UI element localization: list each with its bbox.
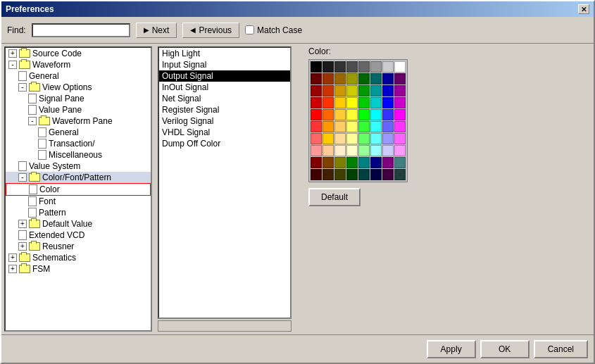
- color-cell-66[interactable]: [334, 157, 346, 168]
- color-cell-16[interactable]: [311, 85, 322, 96]
- find-input[interactable]: [32, 23, 130, 37]
- tree-item-color[interactable]: Color: [6, 183, 151, 196]
- color-cell-29[interactable]: [370, 97, 382, 108]
- color-cell-46[interactable]: [382, 121, 394, 132]
- color-cell-34[interactable]: [334, 109, 346, 120]
- tree-item-view-options[interactable]: -View Options: [6, 82, 151, 93]
- color-cell-40[interactable]: [311, 121, 322, 132]
- color-cell-53[interactable]: [370, 133, 382, 144]
- color-cell-36[interactable]: [358, 109, 370, 120]
- match-case-label[interactable]: Match Case: [245, 25, 302, 35]
- expand-icon-schematics[interactable]: +: [8, 253, 17, 262]
- color-cell-32[interactable]: [311, 109, 322, 120]
- color-cell-58[interactable]: [334, 145, 346, 156]
- tree-item-wp-general[interactable]: General: [6, 127, 151, 138]
- color-cell-44[interactable]: [358, 121, 370, 132]
- next-button[interactable]: ▶ Next: [136, 23, 177, 38]
- color-cell-67[interactable]: [346, 157, 358, 168]
- color-cell-59[interactable]: [346, 145, 358, 156]
- color-cell-2[interactable]: [334, 61, 346, 73]
- tree-sidebar[interactable]: +Source Code-WaveformGeneral-View Option…: [4, 46, 152, 332]
- color-cell-8[interactable]: [311, 73, 322, 84]
- color-cell-78[interactable]: [382, 169, 394, 180]
- color-cell-7[interactable]: [394, 61, 406, 73]
- apply-button[interactable]: Apply: [427, 340, 476, 358]
- tree-item-default-value[interactable]: +Default Value: [6, 218, 151, 230]
- color-cell-14[interactable]: [382, 73, 394, 84]
- color-cell-22[interactable]: [382, 85, 394, 96]
- color-cell-30[interactable]: [382, 97, 394, 108]
- list-horizontal-scrollbar[interactable]: [158, 320, 292, 332]
- signal-item-net-signal[interactable]: Net Signal: [159, 93, 290, 104]
- tree-item-signal-pane[interactable]: Signal Pane: [6, 93, 151, 104]
- color-cell-35[interactable]: [346, 109, 358, 120]
- signal-listbox[interactable]: High LightInput SignalOutput SignalInOut…: [158, 46, 292, 319]
- color-cell-4[interactable]: [358, 61, 370, 73]
- tree-item-color-font-pattern[interactable]: -Color/Font/Pattern: [6, 172, 151, 183]
- color-cell-45[interactable]: [370, 121, 382, 132]
- tree-item-value-system[interactable]: Value System: [6, 161, 151, 172]
- color-cell-48[interactable]: [311, 133, 322, 144]
- color-cell-73[interactable]: [322, 169, 334, 180]
- color-cell-75[interactable]: [346, 169, 358, 180]
- color-cell-5[interactable]: [370, 61, 382, 73]
- color-cell-49[interactable]: [322, 133, 334, 144]
- signal-item-highlight[interactable]: High Light: [159, 48, 290, 59]
- expand-icon-color-font-pattern[interactable]: -: [18, 173, 27, 182]
- color-cell-38[interactable]: [382, 109, 394, 120]
- color-cell-62[interactable]: [382, 145, 394, 156]
- expand-icon-view-options[interactable]: -: [18, 83, 27, 92]
- signal-item-inout-signal[interactable]: InOut Signal: [159, 82, 290, 93]
- color-cell-71[interactable]: [394, 157, 406, 168]
- signal-item-dump-off-color[interactable]: Dump Off Color: [159, 138, 290, 149]
- color-cell-1[interactable]: [322, 61, 334, 73]
- expand-icon-source-code[interactable]: +: [8, 49, 17, 58]
- color-cell-79[interactable]: [394, 169, 406, 180]
- color-cell-56[interactable]: [311, 145, 322, 156]
- color-cell-25[interactable]: [322, 97, 334, 108]
- tree-item-fsm[interactable]: +FSM: [6, 263, 151, 275]
- color-cell-37[interactable]: [370, 109, 382, 120]
- tree-item-value-pane[interactable]: Value Pane: [6, 104, 151, 115]
- color-cell-0[interactable]: [311, 61, 322, 73]
- color-cell-10[interactable]: [334, 73, 346, 84]
- color-cell-70[interactable]: [382, 157, 394, 168]
- previous-button[interactable]: ◀ Previous: [182, 23, 239, 38]
- color-cell-74[interactable]: [334, 169, 346, 180]
- tree-item-miscellaneous[interactable]: Miscellaneous: [6, 149, 151, 161]
- tree-item-general[interactable]: General: [6, 70, 151, 82]
- tree-item-schematics[interactable]: +Schematics: [6, 252, 151, 263]
- color-cell-61[interactable]: [370, 145, 382, 156]
- color-cell-60[interactable]: [358, 145, 370, 156]
- color-cell-26[interactable]: [334, 97, 346, 108]
- signal-item-register-signal[interactable]: Register Signal: [159, 104, 290, 115]
- close-button[interactable]: ✕: [578, 4, 589, 14]
- color-cell-12[interactable]: [358, 73, 370, 84]
- color-cell-43[interactable]: [346, 121, 358, 132]
- tree-item-extended-vcd[interactable]: Extended VCD: [6, 230, 151, 241]
- color-cell-41[interactable]: [322, 121, 334, 132]
- color-cell-24[interactable]: [311, 97, 322, 108]
- color-cell-13[interactable]: [370, 73, 382, 84]
- tree-item-reusner[interactable]: +Reusner: [6, 241, 151, 252]
- tree-item-font[interactable]: Font: [6, 196, 151, 207]
- expand-icon-default-value[interactable]: +: [18, 220, 27, 228]
- expand-icon-waveform-pane[interactable]: -: [28, 117, 37, 125]
- color-cell-68[interactable]: [358, 157, 370, 168]
- tree-item-waveform[interactable]: -Waveform: [6, 59, 151, 70]
- color-cell-69[interactable]: [370, 157, 382, 168]
- signal-item-input-signal[interactable]: Input Signal: [159, 59, 290, 70]
- color-cell-54[interactable]: [382, 133, 394, 144]
- signal-item-verilog-signal[interactable]: Verilog Signal: [159, 115, 290, 127]
- color-cell-52[interactable]: [358, 133, 370, 144]
- tree-item-waveform-pane[interactable]: -Waveform Pane: [6, 115, 151, 127]
- color-cell-33[interactable]: [322, 109, 334, 120]
- expand-icon-fsm[interactable]: +: [8, 265, 17, 273]
- color-cell-63[interactable]: [394, 145, 406, 156]
- color-cell-76[interactable]: [358, 169, 370, 180]
- color-cell-3[interactable]: [346, 61, 358, 73]
- color-cell-18[interactable]: [334, 85, 346, 96]
- color-cell-51[interactable]: [346, 133, 358, 144]
- tree-item-pattern[interactable]: Pattern: [6, 207, 151, 218]
- color-cell-15[interactable]: [394, 73, 406, 84]
